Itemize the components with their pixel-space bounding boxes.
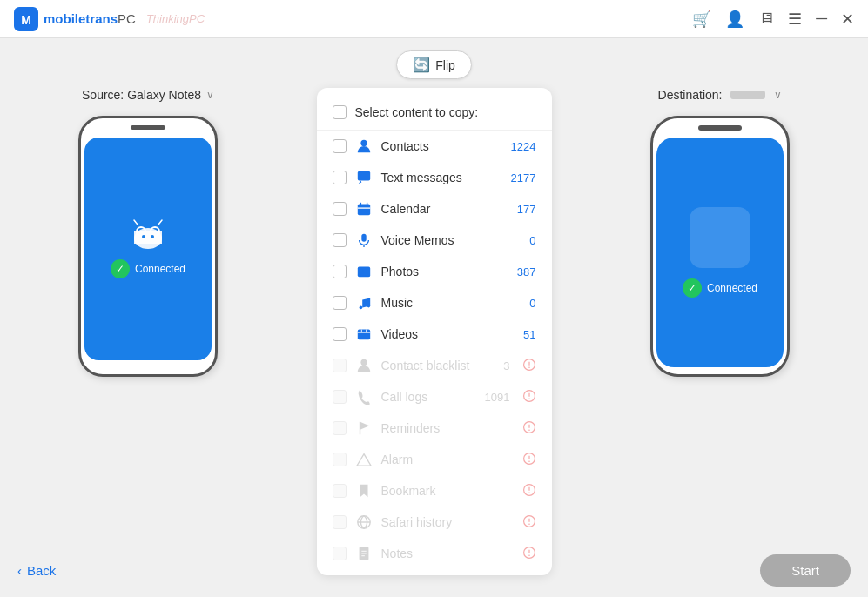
list-item[interactable]: Contacts1224: [317, 131, 552, 162]
dest-header[interactable]: Destination: ∨: [658, 88, 783, 102]
list-item[interactable]: Safari history: [317, 506, 552, 538]
svg-point-21: [367, 305, 370, 308]
item-checkbox-1[interactable]: [333, 171, 347, 184]
main-area: 🔄 Flip Source: Galaxy Note8 ∨: [0, 38, 868, 597]
columns: Source: Galaxy Note8 ∨: [17, 88, 851, 580]
svg-point-6: [142, 235, 145, 238]
item-icon-0: [355, 138, 373, 155]
select-all-row[interactable]: Select content to copy:: [317, 100, 552, 131]
close-icon[interactable]: ✕: [841, 10, 854, 29]
item-name-5: Music: [381, 296, 501, 310]
select-all-label: Select content to copy:: [355, 105, 479, 119]
item-name-9: Reminders: [381, 421, 510, 435]
item-checkbox-6[interactable]: [333, 327, 347, 341]
minimize-icon[interactable]: ─: [816, 10, 827, 28]
list-item[interactable]: Videos51: [317, 319, 552, 350]
titlebar: M mobiletransPC ThinkingPC 🛒 👤 🖥 ☰ ─ ✕: [0, 0, 868, 38]
svg-rect-12: [357, 205, 369, 216]
iphone-screen: ✓ Connected: [656, 138, 784, 367]
svg-point-20: [359, 306, 362, 310]
android-side-btn: [216, 179, 218, 214]
list-item[interactable]: Music0: [317, 287, 552, 319]
list-item[interactable]: Calendar177: [317, 193, 552, 225]
item-checkbox-10[interactable]: [333, 453, 347, 466]
item-name-7: Contact blacklist: [381, 359, 475, 372]
item-name-4: Photos: [381, 265, 501, 278]
svg-line-8: [134, 220, 138, 225]
source-chevron[interactable]: ∨: [206, 89, 214, 101]
back-button[interactable]: ‹ Back: [17, 563, 56, 578]
start-button[interactable]: Start: [760, 554, 851, 587]
source-connected-badge: ✓ Connected: [111, 259, 185, 278]
account-icon[interactable]: 👤: [725, 10, 744, 29]
item-name-3: Voice Memos: [381, 233, 501, 247]
cart-icon[interactable]: 🛒: [692, 10, 711, 29]
svg-point-29: [528, 366, 530, 368]
svg-point-47: [528, 523, 530, 525]
item-count-1: 2177: [510, 171, 536, 184]
svg-point-42: [528, 492, 530, 493]
list-item[interactable]: Alarm: [317, 444, 552, 475]
svg-line-9: [158, 220, 162, 225]
item-count-0: 1224: [510, 140, 536, 153]
item-checkbox-11[interactable]: [333, 484, 347, 498]
list-item[interactable]: Photos387: [317, 256, 552, 287]
iphone-left-btn2: [650, 197, 652, 227]
dest-connected-badge: ✓ Connected: [683, 278, 757, 298]
svg-rect-5: [134, 231, 162, 244]
list-item[interactable]: Text messages2177: [317, 162, 552, 193]
svg-point-39: [528, 460, 530, 462]
flip-icon: 🔄: [413, 57, 430, 73]
item-checkbox-2[interactable]: [333, 202, 347, 216]
back-chevron-icon: ‹: [17, 563, 22, 578]
select-all-checkbox[interactable]: [333, 105, 347, 119]
list-item[interactable]: Call logs1091: [317, 381, 552, 413]
dest-check-icon: ✓: [683, 278, 702, 298]
item-checkbox-7[interactable]: [333, 359, 347, 372]
item-warn-icon-12: [522, 514, 536, 531]
item-name-11: Bookmark: [381, 484, 510, 498]
svg-rect-22: [357, 330, 369, 340]
item-count-3: 0: [510, 234, 536, 247]
item-count-2: 177: [510, 203, 536, 216]
item-checkbox-3[interactable]: [333, 233, 347, 247]
list-item[interactable]: Reminders: [317, 413, 552, 444]
list-item[interactable]: Voice Memos0: [317, 225, 552, 256]
item-name-10: Alarm: [381, 453, 510, 466]
item-checkbox-9[interactable]: [333, 421, 347, 435]
source-check-icon: ✓: [111, 259, 130, 278]
svg-point-26: [360, 359, 367, 366]
logo-icon: M: [14, 7, 38, 31]
item-name-0: Contacts: [381, 139, 501, 153]
svg-point-32: [528, 398, 530, 399]
source-header[interactable]: Source: Galaxy Note8 ∨: [82, 88, 214, 102]
svg-point-7: [151, 235, 154, 238]
svg-text:M: M: [21, 13, 31, 27]
item-checkbox-4[interactable]: [333, 265, 347, 278]
items-list: Contacts1224Text messages2177Calendar177…: [317, 131, 552, 575]
flip-button[interactable]: 🔄 Flip: [396, 50, 472, 79]
bottom-bar: ‹ Back Start: [0, 544, 868, 597]
menu-icon[interactable]: ☰: [788, 10, 802, 29]
app-name: mobiletransPC: [44, 11, 136, 26]
app-logo: M mobiletransPC: [14, 7, 136, 31]
item-name-12: Safari history: [381, 515, 510, 529]
item-icon-6: [355, 325, 373, 343]
iphone-right-btn: [788, 171, 790, 205]
flip-row: 🔄 Flip: [17, 38, 851, 88]
titlebar-left: M mobiletransPC ThinkingPC: [14, 7, 205, 31]
iphone-left-btn1: [650, 166, 652, 188]
dest-phone-wrap: ✓ Connected: [650, 116, 790, 377]
item-count-4: 387: [510, 265, 536, 278]
list-item[interactable]: Bookmark: [317, 475, 552, 506]
item-checkbox-5[interactable]: [333, 296, 347, 310]
list-item[interactable]: Contact blacklist3: [317, 350, 552, 381]
item-checkbox-8[interactable]: [333, 390, 347, 404]
watermark: ThinkingPC: [146, 12, 205, 25]
titlebar-controls[interactable]: 🛒 👤 🖥 ☰ ─ ✕: [692, 10, 854, 29]
monitor-icon[interactable]: 🖥: [758, 10, 774, 28]
item-checkbox-12[interactable]: [333, 515, 347, 529]
dest-chevron[interactable]: ∨: [774, 89, 782, 101]
item-checkbox-0[interactable]: [333, 139, 347, 153]
android-screen: ✓ Connected: [84, 138, 212, 360]
